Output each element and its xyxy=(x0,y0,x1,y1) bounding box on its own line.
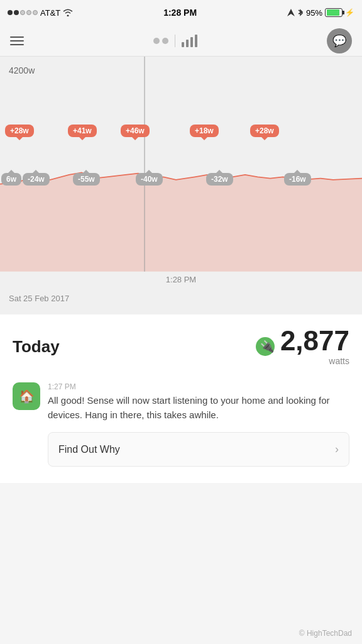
content-area: Today 🔌 2,877 watts 🏠 1:27 PM All good! … xyxy=(0,314,362,483)
wifi-icon xyxy=(63,9,73,16)
nav-bar: 💬 xyxy=(0,25,362,57)
chat-icon: 💬 xyxy=(332,34,346,48)
dot-2 xyxy=(14,10,19,15)
charge-icon: ⚡ xyxy=(345,8,354,17)
tooltip-pos-3: +46w xyxy=(121,125,150,137)
chart-area: 4200w +28w +41w +46w +18w +28w 6w -24w -… xyxy=(0,57,362,314)
dot-4 xyxy=(26,10,31,15)
hamburger-menu[interactable] xyxy=(10,36,24,45)
message-time: 1:27 PM xyxy=(48,382,349,391)
dot-3 xyxy=(20,10,25,15)
footer: © HighTechDad xyxy=(299,629,352,638)
tooltip-neg-5: -32w xyxy=(206,173,233,186)
today-title: Today xyxy=(13,337,60,357)
hamburger-line-3 xyxy=(10,44,24,45)
chat-button[interactable]: 💬 xyxy=(327,28,352,53)
watt-display: 2,877 watts xyxy=(280,327,349,366)
message-content: 1:27 PM All good! Sense will now start l… xyxy=(48,382,349,477)
tooltip-pos-1: +28w xyxy=(5,125,34,137)
dot-1 xyxy=(8,10,13,15)
footer-text: © HighTechDad xyxy=(299,629,352,638)
hamburger-line-1 xyxy=(10,36,24,38)
status-time: 1:28 PM xyxy=(163,8,197,18)
tooltip-neg-6: -16w xyxy=(284,173,311,186)
find-out-why-button[interactable]: Find Out Why › xyxy=(48,432,349,467)
tooltip-neg-3: -55w xyxy=(73,173,100,186)
dot-5 xyxy=(33,10,38,15)
today-right: 🔌 2,877 watts xyxy=(255,327,349,366)
nav-divider xyxy=(175,35,175,47)
today-header: Today 🔌 2,877 watts xyxy=(13,327,349,366)
plug-icon: 🔌 xyxy=(255,336,275,357)
watt-unit: watts xyxy=(280,356,349,366)
signal-dots xyxy=(8,10,38,15)
location-icon xyxy=(287,9,295,16)
nav-dots-icon xyxy=(153,38,168,44)
chart-date-label: Sat 25 Feb 2017 xyxy=(9,294,69,303)
timeline-message: 🏠 1:27 PM All good! Sense will now start… xyxy=(13,376,349,483)
carrier-label: AT&T xyxy=(40,8,60,18)
message-text: All good! Sense will now start listening… xyxy=(48,394,349,422)
hamburger-line-2 xyxy=(10,40,24,42)
find-out-why-label: Find Out Why xyxy=(58,444,120,455)
svg-text:🔌: 🔌 xyxy=(260,340,275,353)
chart-time-label: 1:28 PM xyxy=(166,275,196,284)
nav-center-icons xyxy=(153,35,197,47)
tooltip-neg-1: 6w xyxy=(1,173,21,186)
tooltip-neg-4: -40w xyxy=(136,173,163,186)
nav-signal-bars xyxy=(182,35,197,47)
tooltip-pos-4: +18w xyxy=(190,125,219,137)
bluetooth-icon xyxy=(297,8,304,17)
tooltip-pos-5: +28w xyxy=(250,125,279,137)
status-bar: AT&T 1:28 PM 95% ⚡ xyxy=(0,0,362,25)
tooltip-neg-2: -24w xyxy=(23,173,50,186)
status-right-icons: 95% ⚡ xyxy=(287,8,354,18)
carrier-signal: AT&T xyxy=(8,8,73,18)
battery-fill xyxy=(327,9,339,16)
tooltip-pos-2: +41w xyxy=(68,125,97,137)
home-icon: 🏠 xyxy=(19,389,35,404)
battery-percent: 95% xyxy=(306,8,322,18)
watt-value: 2,877 xyxy=(280,327,349,355)
svg-marker-0 xyxy=(287,9,295,16)
chevron-right-icon: › xyxy=(335,443,339,456)
battery-icon xyxy=(325,8,343,17)
message-avatar: 🏠 xyxy=(13,382,40,410)
